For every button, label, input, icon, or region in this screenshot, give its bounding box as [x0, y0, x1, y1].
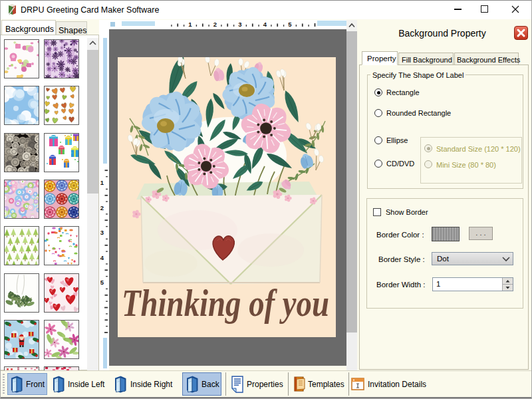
- svg-text:Thinking of you: Thinking of you: [122, 283, 329, 324]
- svg-text:3: 3: [100, 229, 104, 236]
- svg-text:4: 4: [100, 254, 104, 261]
- svg-text:5: 5: [288, 21, 292, 28]
- svg-text:1: 1: [188, 21, 192, 28]
- svg-text:5: 5: [100, 279, 104, 286]
- svg-text:1: 1: [100, 179, 104, 186]
- svg-text:2: 2: [100, 204, 104, 211]
- svg-text:4: 4: [263, 21, 267, 28]
- svg-text:2: 2: [213, 21, 217, 28]
- svg-text:3: 3: [238, 21, 241, 28]
